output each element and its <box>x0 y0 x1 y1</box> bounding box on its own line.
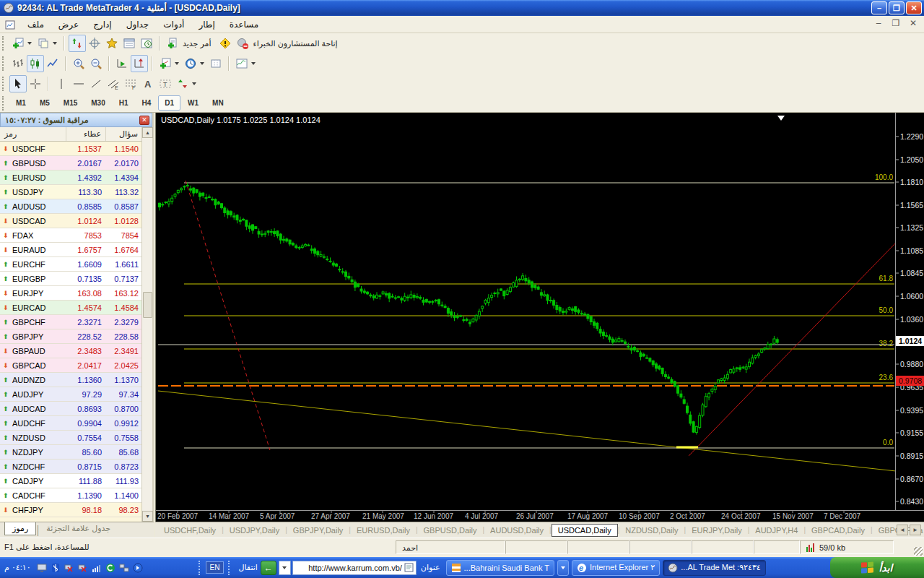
market-watch-row-GBPAUD[interactable]: ⬇GBPAUD2.34832.3491 <box>0 344 143 358</box>
network-error-icon[interactable] <box>64 562 75 573</box>
menu-item-إدارج[interactable]: إدارج <box>86 17 119 32</box>
market-watch-row-EURAUD[interactable]: ⬇EURAUD1.67571.6764 <box>0 243 143 257</box>
periods-dropdown[interactable] <box>200 62 204 65</box>
toolbar-grip[interactable] <box>2 96 6 111</box>
menu-item-إطار[interactable]: إطار <box>191 17 222 32</box>
timeframe-H4[interactable]: H4 <box>136 95 158 111</box>
menu-item-مساعدة[interactable]: مساعدة <box>222 17 266 32</box>
menu-item-جداول[interactable]: جداول <box>119 17 157 32</box>
channel-tool-button[interactable]: E <box>105 75 122 92</box>
trendline-tool-button[interactable] <box>87 75 105 92</box>
profiles-button[interactable] <box>35 35 52 52</box>
chart-tab-USDCAD,Daily[interactable]: USDCAD,Daily <box>552 524 618 537</box>
market-watch-row-CADCHF[interactable]: ⬆CADCHF1.13901.1400 <box>0 488 143 503</box>
ask-column-header[interactable]: سؤال <box>106 127 143 141</box>
bid-column-header[interactable]: عطاء <box>66 127 106 141</box>
market-watch-row-GBPUSD[interactable]: ⬆GBPUSD2.01672.0170 <box>0 156 143 171</box>
timeframe-D1[interactable]: D1 <box>158 95 180 111</box>
start-button[interactable]: ابدأ <box>830 557 924 578</box>
updates-icon[interactable] <box>133 562 144 573</box>
timeframe-W1[interactable]: W1 <box>181 95 205 111</box>
terminal-button[interactable] <box>121 35 138 52</box>
menu-item-أدوات[interactable]: أدوات <box>156 17 191 32</box>
market-watch-row-AUDUSD[interactable]: ⬆AUDUSD0.85850.8587 <box>0 199 143 214</box>
new-order-button[interactable] <box>164 35 181 52</box>
market-watch-row-EURJPY[interactable]: ⬇EURJPY163.08163.12 <box>0 286 143 301</box>
market-watch-button[interactable] <box>69 35 86 52</box>
new-chart-dropdown[interactable] <box>27 42 32 45</box>
timeframe-MN[interactable]: MN <box>206 95 230 111</box>
chart-shift-button[interactable] <box>131 55 148 72</box>
chart-tab-GBPCAD,Daily[interactable]: GBPCAD,Daily <box>806 525 871 536</box>
market-watch-row-EURGBP[interactable]: ⬆EURGBP0.71350.7137 <box>0 272 143 286</box>
taskbar-group-expand-button[interactable] <box>557 560 569 576</box>
text-tool-button[interactable]: A <box>139 75 157 92</box>
market-watch-row-CADJPY[interactable]: ⬆CADJPY111.88111.93 <box>0 474 143 488</box>
display-settings-icon[interactable] <box>37 562 48 573</box>
candlestick-chart-button[interactable] <box>27 55 44 72</box>
market-watch-row-NZDJPY[interactable]: ⬆NZDJPY85.6085.68 <box>0 445 143 460</box>
market-watch-row-USDJPY[interactable]: ⬆USDJPY113.30113.32 <box>0 185 143 199</box>
indicators-dropdown[interactable] <box>175 62 179 65</box>
zoom-out-button[interactable] <box>87 55 105 72</box>
profiles-dropdown[interactable] <box>53 42 57 45</box>
tabs-scroll-right-icon[interactable]: ► <box>910 525 921 535</box>
taskbar-grip[interactable] <box>228 561 231 575</box>
market-watch-row-USDCAD[interactable]: ⬇USDCAD1.01241.0128 <box>0 214 143 228</box>
market-watch-row-AUDNZD[interactable]: ⬆AUDNZD1.13601.1370 <box>0 373 143 387</box>
cursor-tool-button[interactable] <box>9 75 27 92</box>
alerts-button[interactable] <box>217 35 234 52</box>
market-watch-row-GBPCAD[interactable]: ⬇GBPCAD2.04172.0425 <box>0 358 143 373</box>
market-watch-tab-1[interactable]: جدول علامة التجزئة <box>39 522 118 535</box>
lan-connection-icon[interactable] <box>119 562 130 573</box>
toolbar-grip[interactable] <box>2 36 6 51</box>
taskbar-button-2[interactable]: ...AL Trade Met :٩٢٤٣٤ <box>663 560 765 576</box>
timeframe-M30[interactable]: M30 <box>84 95 111 111</box>
strategy-tester-button[interactable] <box>138 35 155 52</box>
chart-tab-USDCHF,Daily[interactable]: USDCHF,Daily <box>158 525 222 536</box>
taskbar-button-0[interactable]: ...Bahraini Saudi Bank T <box>446 560 554 576</box>
market-watch-row-EURUSD[interactable]: ⬆EURUSD1.43921.4394 <box>0 171 143 185</box>
child-restore-button[interactable]: ❐ <box>889 18 902 28</box>
timeframe-M5[interactable]: M5 <box>33 95 56 111</box>
chart-tab-EURUSD,Daily[interactable]: EURUSD,Daily <box>351 525 416 536</box>
scroll-down-icon[interactable]: ▼ <box>142 511 153 522</box>
minimize-button[interactable]: – <box>871 1 887 14</box>
expert-advisors-button[interactable] <box>234 35 251 52</box>
fibonacci-tool-button[interactable]: F <box>122 75 139 92</box>
market-watch-row-NZDCHF[interactable]: ⬆NZDCHF0.87150.8723 <box>0 460 143 474</box>
market-watch-tab-0[interactable]: رموز <box>4 522 36 535</box>
text-label-tool-button[interactable]: T <box>157 75 174 92</box>
child-minimize-button[interactable]: – <box>872 18 885 28</box>
arrows-tool-button[interactable] <box>174 75 191 92</box>
chart-tab-AUDJPY,H4[interactable]: AUDJPY,H4 <box>749 525 803 536</box>
market-watch-row-CHFJPY[interactable]: ⬇CHFJPY98.1898.23 <box>0 503 143 517</box>
new-order-label[interactable]: أمر جديد <box>183 39 211 48</box>
vertical-line-tool-button[interactable] <box>53 75 70 92</box>
market-watch-row-AUDCHF[interactable]: ⬆AUDCHF0.99040.9912 <box>0 416 143 431</box>
bluetooth-icon[interactable] <box>51 562 61 573</box>
market-watch-row-GBPJPY[interactable]: ⬆GBPJPY228.52228.58 <box>0 329 143 344</box>
crosshair-tool-button[interactable] <box>27 75 44 92</box>
line-chart-button[interactable] <box>44 55 61 72</box>
market-watch-scrollbar[interactable]: ▲ ▼ <box>141 127 152 522</box>
market-watch-row-AUDCAD[interactable]: ⬆AUDCAD0.86930.8700 <box>0 402 143 416</box>
chart-tab-USDJPY,Daily[interactable]: USDJPY,Daily <box>224 525 286 536</box>
tabs-scroll-left-icon[interactable]: ◄ <box>897 525 908 535</box>
network-error-icon-2[interactable] <box>78 562 89 573</box>
resize-grip[interactable] <box>914 547 923 556</box>
chart-tab-EURJPY,Daily[interactable]: EURJPY,Daily <box>686 525 748 536</box>
timeframe-H1[interactable]: H1 <box>113 95 135 111</box>
taskbar-button-1[interactable]: eInternet Explorer ٢ <box>572 560 660 576</box>
market-watch-close-icon[interactable]: ✕ <box>139 116 149 125</box>
periods-button[interactable] <box>182 55 199 72</box>
chart-tab-GBPJPY,Daily[interactable]: GBPJPY,Daily <box>287 525 349 536</box>
data-window-button[interactable] <box>86 35 103 52</box>
signal-strength-icon[interactable] <box>92 562 103 573</box>
new-chart-button[interactable] <box>9 35 27 52</box>
timeframe-M1[interactable]: M1 <box>9 95 32 111</box>
toolbar-grip[interactable] <box>2 77 6 91</box>
chart-tab-NZDUSD,Daily[interactable]: NZDUSD,Daily <box>619 525 684 536</box>
templates-button[interactable] <box>233 55 250 72</box>
horizontal-line-tool-button[interactable] <box>70 75 87 92</box>
